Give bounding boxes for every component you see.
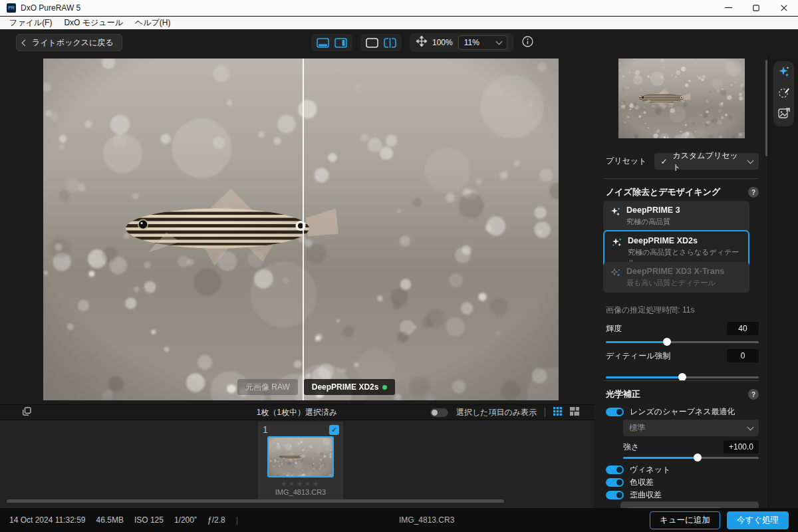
strength-value-field[interactable]: +100.0 xyxy=(724,440,759,454)
aperture-value: ƒ/2.8 xyxy=(207,515,225,525)
process-now-button[interactable]: 今すぐ処理 xyxy=(727,511,789,529)
distortion-toggle[interactable] xyxy=(606,491,624,499)
window-title: DxO PureRAW 5 xyxy=(21,3,80,13)
menu-bar: ファイル(F) DxO モジュール ヘルプ(H) xyxy=(0,17,798,29)
toggle-right-panel-icon[interactable] xyxy=(334,38,347,48)
back-to-lightbox-label: ライトボックスに戻る xyxy=(32,37,114,49)
separator: | xyxy=(236,515,238,525)
menu-help[interactable]: ヘルプ(H) xyxy=(129,17,177,29)
preview-thumbnail[interactable] xyxy=(618,59,745,138)
method-deepprime3[interactable]: DeepPRIME 3 究極の高品質 xyxy=(603,201,749,231)
chevron-left-icon xyxy=(22,39,29,46)
mosaic-view-icon[interactable] xyxy=(570,406,579,418)
chevron-down-icon xyxy=(747,157,754,164)
item-checkbox[interactable]: ✓ xyxy=(329,425,339,435)
zoom-level-value: 11% xyxy=(464,38,479,47)
chromatic-aberration-toggle[interactable] xyxy=(606,478,624,487)
help-icon[interactable]: ? xyxy=(748,187,759,198)
split-compare-view-icon[interactable] xyxy=(384,38,396,48)
menu-dxo-modules[interactable]: DxO モジュール xyxy=(58,17,128,29)
help-icon[interactable]: ? xyxy=(748,389,759,400)
denoise-section-title: ノイズ除去とデモザイキング xyxy=(606,186,720,198)
preset-value: カスタムプリセット xyxy=(672,150,743,173)
file-size: 46.5MB xyxy=(96,515,124,525)
lens-sharpness-mode-value: 標準 xyxy=(629,422,743,434)
stack-copy-icon[interactable] xyxy=(23,406,31,418)
filmstrip-scrollbar[interactable] xyxy=(7,499,504,503)
settings-panel: プリセット ✓ カスタムプリセット ノイズ除去とデモザイキング ? DeepPR… xyxy=(594,56,768,508)
show-selected-only-toggle[interactable] xyxy=(430,408,448,417)
sparkle-outline-icon xyxy=(610,268,620,288)
image-viewer: 元画像 RAW DeepPRIME XD2s xyxy=(0,56,594,404)
app-logo-icon: PR xyxy=(7,3,16,13)
app-window: PR DxO PureRAW 5 ファイル(F) DxO モジュール ヘルプ(H… xyxy=(0,0,798,532)
lens-sharpness-toggle[interactable] xyxy=(606,408,624,416)
chevron-down-icon xyxy=(495,39,502,45)
strength-label: 強さ xyxy=(623,442,639,453)
luminance-value-field[interactable]: 40 xyxy=(727,322,759,335)
item-thumbnail[interactable] xyxy=(267,436,334,477)
grid-view-icon[interactable] xyxy=(553,406,562,418)
minimize-button[interactable] xyxy=(714,0,742,15)
title-bar: PR DxO PureRAW 5 xyxy=(0,0,798,16)
iso-value: ISO 125 xyxy=(134,515,164,525)
detail-force-label: ディティール強制 xyxy=(606,350,670,362)
divider xyxy=(603,178,759,179)
toggle-filmstrip-panel-icon[interactable] xyxy=(317,38,329,48)
main-toolbar: ライトボックスに戻る xyxy=(0,29,798,56)
chevron-down-icon xyxy=(747,424,754,430)
close-button[interactable] xyxy=(770,0,798,15)
zoom-level-dropdown[interactable]: 11% xyxy=(458,35,507,50)
optics-section-title: 光学補正 xyxy=(606,388,640,400)
sparkle-icon xyxy=(610,207,620,227)
processed-label: DeepPRIME XD2s xyxy=(304,379,396,395)
strength-slider[interactable] xyxy=(623,454,759,462)
divider xyxy=(603,380,759,381)
distortion-label: 歪曲収差 xyxy=(630,489,662,501)
export-image-icon[interactable] xyxy=(778,107,790,122)
capture-date: 14 Oct 2024 11:32:59 xyxy=(9,515,86,525)
check-icon: ✓ xyxy=(660,157,667,166)
filmstrip-header: 1枚（1枚中）選択済み 選択した項目のみ表示 xyxy=(0,404,594,420)
preset-label: プリセット xyxy=(606,156,646,167)
maximize-button[interactable] xyxy=(742,0,770,15)
lens-sharpness-mode-dropdown[interactable]: 標準 xyxy=(623,420,759,436)
luminance-label: 輝度 xyxy=(606,323,622,334)
filmstrip: 1 ✓ ★★★★★ IMG_4813.CR3 xyxy=(0,420,594,508)
current-filename: IMG_4813.CR3 xyxy=(399,515,454,525)
shutter-speed: 1/200” xyxy=(174,515,197,525)
method-deepprime-xd3: DeepPRIME XD3 X-Trans 最も高い品質とディテール xyxy=(603,262,749,293)
main-image[interactable]: 元画像 RAW DeepPRIME XD2s xyxy=(43,59,559,400)
detail-force-value-field[interactable]: 0 xyxy=(727,349,759,362)
vignette-toggle[interactable] xyxy=(606,466,624,474)
zoom-controls: 100% 11% xyxy=(410,33,514,52)
view-mode-group xyxy=(360,34,402,51)
single-view-icon[interactable] xyxy=(366,38,378,48)
panel-scrollbar[interactable] xyxy=(765,60,767,156)
ai-enhance-icon[interactable] xyxy=(778,66,790,80)
preset-dropdown[interactable]: ✓ カスタムプリセット xyxy=(654,153,759,170)
item-index: 1 xyxy=(263,424,268,435)
compare-split-handle[interactable] xyxy=(303,59,304,400)
info-icon[interactable] xyxy=(522,36,533,50)
tools-column xyxy=(768,56,798,508)
status-bar: 14 Oct 2024 11:32:59 46.5MB ISO 125 1/20… xyxy=(0,508,798,532)
star-rating[interactable]: ★★★★★ xyxy=(258,480,343,487)
add-to-queue-button[interactable]: キューに追加 xyxy=(650,511,720,529)
panel-visibility-group xyxy=(311,34,352,51)
chromatic-aberration-label: 色収差 xyxy=(630,477,654,488)
separator xyxy=(545,408,545,417)
filmstrip-item[interactable]: 1 ✓ ★★★★★ IMG_4813.CR3 xyxy=(258,422,343,500)
lens-module-dropdown-clipped[interactable] xyxy=(620,501,759,508)
item-filename: IMG_4813.CR3 xyxy=(258,488,343,496)
vignette-label: ヴィネット xyxy=(630,464,670,475)
back-to-lightbox-button[interactable]: ライトボックスに戻る xyxy=(16,34,122,51)
retouch-brush-icon[interactable] xyxy=(778,86,790,101)
original-raw-label: 元画像 RAW xyxy=(237,379,298,395)
pan-tool-icon[interactable] xyxy=(416,36,427,49)
show-selected-only-label: 選択した項目のみ表示 xyxy=(456,407,537,418)
zoom-fit-button[interactable]: 100% xyxy=(432,38,453,47)
menu-file[interactable]: ファイル(F) xyxy=(3,17,58,29)
estimated-time-text: 画像の推定処理時間: 11s xyxy=(606,305,759,316)
luminance-slider[interactable] xyxy=(606,338,759,346)
